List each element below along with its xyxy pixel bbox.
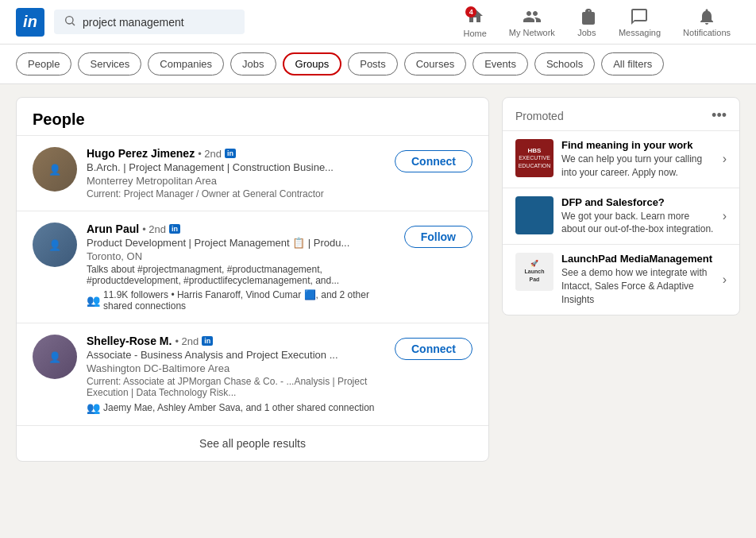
connections-icon: 👥 <box>87 294 100 307</box>
nav-bar: 4 Home My Network Jobs Messaging <box>453 3 740 41</box>
nav-jobs-label: Jobs <box>577 28 596 37</box>
people-card: People 👤 Hugo Perez Jimenez • 2nd in B.A… <box>16 97 489 462</box>
person-degree: • 2nd <box>198 148 222 160</box>
connect-button-hugo[interactable]: Connect <box>395 150 472 172</box>
nav-jobs[interactable]: Jobs <box>568 4 606 41</box>
filter-services[interactable]: Services <box>78 52 141 75</box>
follow-button-arun[interactable]: Follow <box>404 226 472 248</box>
nav-home[interactable]: 4 Home <box>453 3 496 41</box>
avatar: 👤 <box>33 223 77 267</box>
li-badge: in <box>225 149 236 158</box>
nav-home-label: Home <box>463 29 486 38</box>
right-panel: Promoted ••• HBSEXECUTIVEEDUCATION Find … <box>502 97 740 462</box>
ad-logo-hbs: HBSEXECUTIVEEDUCATION <box>515 139 554 177</box>
person-title: B.Arch. | Project Management | Construct… <box>87 161 372 173</box>
person-name: Hugo Perez Jimenez • 2nd in <box>87 147 385 160</box>
svg-line-1 <box>72 23 75 25</box>
people-header: People <box>17 98 488 135</box>
chevron-right-icon: › <box>723 273 727 287</box>
search-icon <box>64 14 76 29</box>
person-title: Product Development | Project Management… <box>87 237 372 249</box>
main-content: People 👤 Hugo Perez Jimenez • 2nd in B.A… <box>0 84 756 474</box>
person-location: Monterrey Metropolitan Area <box>87 175 385 187</box>
person-connections: 👥 Jaemy Mae, Ashley Amber Sava, and 1 ot… <box>87 401 385 414</box>
ad-logo-dfp <box>515 196 554 234</box>
ad-content: Find meaning in your work We can help yo… <box>561 139 715 180</box>
person-current: Current: Project Manager / Owner at Gene… <box>87 188 385 199</box>
filter-all[interactable]: All filters <box>601 52 664 75</box>
filter-schools[interactable]: Schools <box>534 52 595 75</box>
avatar: 👤 <box>33 147 77 192</box>
person-name: Shelley-Rose M. • 2nd in <box>87 335 385 347</box>
search-bar[interactable] <box>54 10 245 34</box>
person-item: 👤 Arun Paul • 2nd in Product Development… <box>17 211 488 323</box>
li-badge: in <box>202 336 213 346</box>
connections-icon: 👥 <box>87 401 100 414</box>
header: in 4 Home My Network <box>0 0 756 45</box>
ad-title: LaunchPad MediaManagement <box>561 253 715 265</box>
person-name: Arun Paul • 2nd in <box>87 223 395 235</box>
person-info: Arun Paul • 2nd in Product Development |… <box>87 223 395 312</box>
ad-item-launchpad[interactable]: 🚀LaunchPad LaunchPad MediaManagement See… <box>503 244 739 314</box>
connect-button-shelley[interactable]: Connect <box>395 338 472 360</box>
promoted-card: Promoted ••• HBSEXECUTIVEEDUCATION Find … <box>502 97 740 315</box>
filter-groups[interactable]: Groups <box>283 52 342 75</box>
ad-desc: We can help you turn your calling into y… <box>561 153 715 180</box>
nav-network[interactable]: My Network <box>499 4 565 41</box>
person-item: 👤 Hugo Perez Jimenez • 2nd in B.Arch. | … <box>17 135 488 211</box>
chevron-right-icon: › <box>723 152 727 166</box>
left-panel: People 👤 Hugo Perez Jimenez • 2nd in B.A… <box>16 97 489 462</box>
promoted-title: Promoted <box>515 110 564 122</box>
person-location: Toronto, ON <box>87 250 395 262</box>
avatar: 👤 <box>33 335 77 379</box>
person-location: Washington DC-Baltimore Area <box>87 362 385 374</box>
person-connections: 👥 11.9K followers • Harris Fanaroff, Vin… <box>87 289 395 312</box>
nav-notifications[interactable]: Notifications <box>673 4 740 41</box>
person-degree: • 2nd <box>175 335 199 347</box>
filter-events[interactable]: Events <box>472 52 528 75</box>
ad-title: Find meaning in your work <box>561 139 715 151</box>
ad-desc: See a demo how we integrate with Intacct… <box>561 266 715 306</box>
filter-courses[interactable]: Courses <box>404 52 466 75</box>
search-input[interactable] <box>83 16 226 29</box>
person-info: Hugo Perez Jimenez • 2nd in B.Arch. | Pr… <box>87 147 385 199</box>
ad-item-dfp[interactable]: DFP and Salesforce? We got your back. Le… <box>503 188 739 245</box>
home-badge: 4 <box>465 6 476 17</box>
person-title: Associate - Business Analysis and Projec… <box>87 349 372 361</box>
li-badge: in <box>169 224 180 234</box>
filter-jobs[interactable]: Jobs <box>230 52 276 75</box>
chevron-right-icon: › <box>723 209 727 223</box>
filter-bar: People Services Companies Jobs Groups Po… <box>0 45 756 84</box>
svg-point-0 <box>66 17 73 24</box>
ad-item-hbs[interactable]: HBSEXECUTIVEEDUCATION Find meaning in yo… <box>503 130 739 188</box>
nav-notifications-label: Notifications <box>683 28 731 37</box>
linkedin-logo[interactable]: in <box>16 8 44 37</box>
nav-messaging[interactable]: Messaging <box>609 4 670 41</box>
person-info: Shelley-Rose M. • 2nd in Associate - Bus… <box>87 335 385 414</box>
ad-content: DFP and Salesforce? We got your back. Le… <box>561 196 715 237</box>
ad-logo-launchpad: 🚀LaunchPad <box>515 253 554 291</box>
person-current: Current: Associate at JPMorgan Chase & C… <box>87 376 385 398</box>
ad-title: DFP and Salesforce? <box>561 196 715 208</box>
nav-network-label: My Network <box>509 28 555 37</box>
nav-messaging-label: Messaging <box>619 28 661 37</box>
person-item: 👤 Shelley-Rose M. • 2nd in Associate - B… <box>17 323 488 425</box>
filter-posts[interactable]: Posts <box>348 52 398 75</box>
filter-people[interactable]: People <box>16 52 71 75</box>
promoted-header: Promoted ••• <box>503 98 739 130</box>
person-degree: • 2nd <box>142 223 166 235</box>
promoted-more-icon[interactable]: ••• <box>712 107 727 124</box>
filter-companies[interactable]: Companies <box>148 52 224 75</box>
ad-content: LaunchPad MediaManagement See a demo how… <box>561 253 715 306</box>
ad-desc: We got your back. Learn more about our o… <box>561 210 715 237</box>
person-tags: Talks about #projectmanagment, #productm… <box>87 264 395 286</box>
see-all-people[interactable]: See all people results <box>17 425 488 461</box>
